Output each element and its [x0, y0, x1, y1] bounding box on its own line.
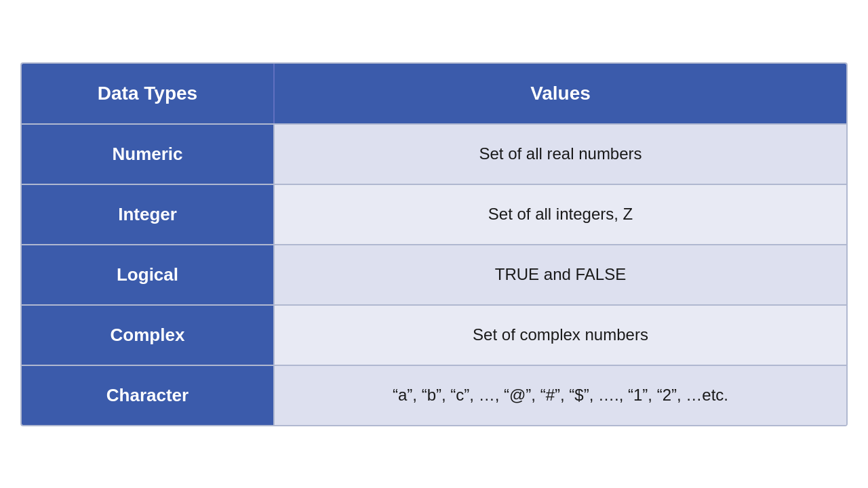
- value-label-character: “a”, “b”, “c”, …, “@”, “#”, “$”, …., “1”…: [393, 386, 728, 405]
- type-label-numeric: Numeric: [112, 144, 182, 165]
- type-label-character: Character: [106, 385, 189, 406]
- type-label-integer: Integer: [118, 204, 177, 225]
- table-row-logical: Logical TRUE and FALSE: [22, 245, 846, 306]
- value-col-numeric: Set of all real numbers: [275, 125, 846, 184]
- value-label-complex: Set of complex numbers: [473, 325, 648, 344]
- data-types-table: Data Types Values Numeric Set of all rea…: [20, 62, 848, 426]
- value-col-complex: Set of complex numbers: [275, 306, 846, 365]
- type-label-complex: Complex: [111, 325, 185, 346]
- value-label-logical: TRUE and FALSE: [495, 265, 626, 284]
- header-value-label: Values: [530, 83, 591, 104]
- value-label-integer: Set of all integers, Z: [488, 205, 633, 224]
- type-col-integer: Integer: [22, 185, 275, 244]
- table-row-complex: Complex Set of complex numbers: [22, 306, 846, 366]
- value-label-numeric: Set of all real numbers: [479, 144, 642, 163]
- type-col-logical: Logical: [22, 245, 275, 304]
- value-col-logical: TRUE and FALSE: [275, 245, 846, 304]
- table-header-row: Data Types Values: [22, 64, 846, 125]
- type-col-numeric: Numeric: [22, 125, 275, 184]
- type-col-complex: Complex: [22, 306, 275, 365]
- table-row-numeric: Numeric Set of all real numbers: [22, 125, 846, 185]
- value-col-character: “a”, “b”, “c”, …, “@”, “#”, “$”, …., “1”…: [275, 366, 846, 425]
- header-col-type: Data Types: [22, 64, 275, 123]
- header-type-label: Data Types: [98, 83, 197, 104]
- type-col-character: Character: [22, 366, 275, 425]
- table-row-integer: Integer Set of all integers, Z: [22, 185, 846, 245]
- table-row-character: Character “a”, “b”, “c”, …, “@”, “#”, “$…: [22, 366, 846, 425]
- value-col-integer: Set of all integers, Z: [275, 185, 846, 244]
- type-label-logical: Logical: [117, 264, 178, 285]
- header-col-value: Values: [275, 64, 846, 123]
